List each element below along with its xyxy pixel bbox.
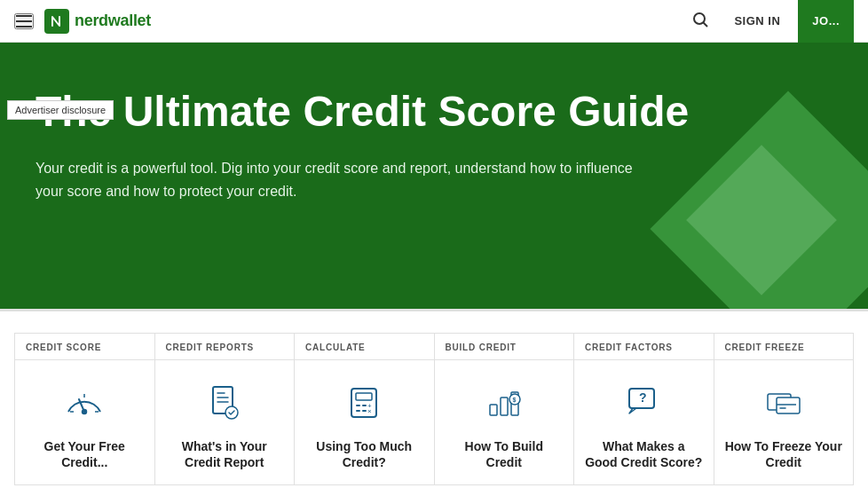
logo-n-icon: [44, 9, 69, 34]
card-body-credit-score: Get Your Free Credit...: [15, 360, 154, 484]
header-right: SIGN IN JO...: [684, 0, 854, 43]
cards-icon: [759, 378, 809, 428]
svg-rect-16: [490, 405, 497, 415]
card-body-credit-freeze: How To Freeze Your Credit: [714, 360, 854, 484]
card-credit-freeze[interactable]: CREDIT FREEZE How To Freeze Your Credit: [714, 333, 855, 485]
advertiser-disclosure-button[interactable]: Advertiser disclosure: [7, 100, 114, 120]
svg-point-2: [83, 410, 87, 414]
card-label-credit-freeze: How To Freeze Your Credit: [725, 438, 843, 470]
card-label-credit-factors: What Makes a Good Credit Score?: [585, 438, 703, 470]
document-check-icon: [200, 378, 249, 428]
hero-section: Advertiser disclosure The Ultimate Credi…: [0, 43, 868, 309]
card-build-credit[interactable]: BUILD CREDIT $ How To Build Credit: [434, 333, 574, 485]
search-button[interactable]: [684, 4, 716, 38]
card-body-credit-factors: ? What Makes a Good Credit Score?: [574, 360, 714, 484]
card-header-build-credit: BUILD CREDIT: [435, 334, 574, 360]
card-label-build-credit: How To Build Credit: [446, 438, 564, 470]
logo-container[interactable]: nerdwallet: [44, 9, 151, 34]
card-header-credit-score: CREDIT SCORE: [15, 334, 154, 360]
card-body-build-credit: $ How To Build Credit: [435, 360, 574, 484]
card-calculate[interactable]: CALCULATE + × Using Too Much Credit?: [294, 333, 434, 485]
join-button[interactable]: JO...: [798, 0, 854, 43]
card-header-credit-factors: CREDIT FACTORS: [574, 334, 714, 360]
svg-line-1: [704, 23, 708, 28]
card-header-calculate: CALCULATE: [295, 334, 434, 360]
svg-rect-9: [356, 393, 372, 400]
calculator-icon: + ×: [339, 378, 389, 428]
svg-point-0: [694, 13, 705, 24]
card-header-credit-reports: CREDIT REPORTS: [155, 334, 295, 360]
svg-text:$: $: [512, 397, 516, 404]
chat-question-icon: ?: [619, 378, 668, 428]
card-credit-reports[interactable]: CREDIT REPORTS What's in Your Credit Rep…: [154, 333, 295, 485]
card-body-calculate: + × Using Too Much Credit?: [295, 360, 434, 484]
svg-text:×: ×: [367, 407, 372, 415]
chart-dollar-icon: $: [479, 378, 529, 428]
svg-text:?: ?: [639, 390, 647, 405]
header: nerdwallet SIGN IN JO...: [0, 0, 868, 43]
cards-section: CREDIT SCORE Get Your Free Credit... CRE…: [0, 309, 868, 485]
card-credit-factors[interactable]: CREDIT FACTORS ? What Makes a Good Credi…: [573, 333, 714, 485]
card-label-calculate: Using Too Much Credit?: [305, 438, 423, 470]
card-body-credit-reports: What's in Your Credit Report: [155, 360, 295, 484]
svg-rect-17: [501, 398, 508, 415]
gauge-icon: [59, 378, 109, 428]
hero-title: The Ultimate Credit Score Guide: [36, 87, 728, 136]
logo-text: nerdwallet: [75, 12, 151, 30]
card-label-credit-score: Get Your Free Credit...: [26, 438, 144, 470]
card-label-credit-reports: What's in Your Credit Report: [166, 438, 284, 470]
hamburger-menu-button[interactable]: [14, 13, 34, 29]
sign-in-button[interactable]: SIGN IN: [723, 7, 791, 35]
svg-rect-24: [777, 398, 800, 413]
card-header-credit-freeze: CREDIT FREEZE: [714, 334, 854, 360]
header-left: nerdwallet: [14, 9, 684, 34]
card-credit-score[interactable]: CREDIT SCORE Get Your Free Credit...: [14, 333, 154, 485]
hero-subtitle: Your credit is a powerful tool. Dig into…: [36, 157, 639, 202]
